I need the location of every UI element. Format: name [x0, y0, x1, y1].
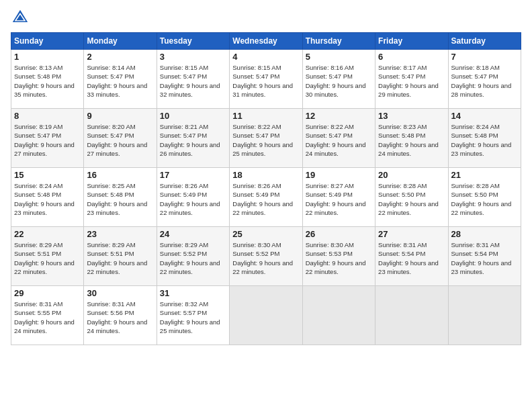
- logo: [11, 8, 32, 27]
- calendar-cell: 20 Sunrise: 8:28 AMSunset: 5:50 PMDaylig…: [375, 168, 448, 227]
- logo-icon: [11, 8, 30, 27]
- day-number: 22: [14, 229, 81, 239]
- calendar-cell: 16 Sunrise: 8:25 AMSunset: 5:48 PMDaylig…: [84, 168, 157, 227]
- day-detail: Sunrise: 8:23 AMSunset: 5:48 PMDaylight:…: [378, 123, 439, 157]
- day-detail: Sunrise: 8:21 AMSunset: 5:47 PMDaylight:…: [160, 123, 220, 157]
- day-number: 17: [160, 170, 226, 180]
- day-number: 16: [87, 170, 153, 180]
- day-detail: Sunrise: 8:32 AMSunset: 5:57 PMDaylight:…: [160, 300, 220, 334]
- day-detail: Sunrise: 8:29 AMSunset: 5:52 PMDaylight:…: [160, 241, 220, 275]
- calendar-cell: 5 Sunrise: 8:16 AMSunset: 5:47 PMDayligh…: [302, 50, 375, 109]
- day-number: 3: [160, 52, 226, 62]
- day-number: 27: [378, 229, 445, 239]
- calendar-cell: 25 Sunrise: 8:30 AMSunset: 5:52 PMDaylig…: [230, 227, 302, 286]
- weekday-header-saturday: Saturday: [448, 33, 521, 50]
- calendar-cell: [230, 286, 302, 345]
- day-number: 20: [378, 170, 445, 180]
- calendar-cell: [448, 286, 521, 345]
- day-number: 5: [306, 52, 372, 62]
- week-row-5: 29 Sunrise: 8:31 AMSunset: 5:55 PMDaylig…: [11, 286, 521, 345]
- day-number: 10: [160, 111, 226, 121]
- day-detail: Sunrise: 8:28 AMSunset: 5:50 PMDaylight:…: [378, 182, 439, 216]
- day-number: 6: [378, 52, 445, 62]
- header: [11, 8, 521, 27]
- calendar-cell: 4 Sunrise: 8:15 AMSunset: 5:47 PMDayligh…: [230, 50, 302, 109]
- calendar-cell: 18 Sunrise: 8:26 AMSunset: 5:49 PMDaylig…: [230, 168, 302, 227]
- day-detail: Sunrise: 8:24 AMSunset: 5:48 PMDaylight:…: [14, 182, 75, 216]
- calendar-cell: 29 Sunrise: 8:31 AMSunset: 5:55 PMDaylig…: [11, 286, 84, 345]
- day-number: 28: [451, 229, 518, 239]
- day-detail: Sunrise: 8:26 AMSunset: 5:49 PMDaylight:…: [232, 182, 293, 216]
- day-number: 14: [451, 111, 518, 121]
- day-detail: Sunrise: 8:22 AMSunset: 5:47 PMDaylight:…: [232, 123, 293, 157]
- day-detail: Sunrise: 8:29 AMSunset: 5:51 PMDaylight:…: [87, 241, 147, 275]
- calendar-cell: 31 Sunrise: 8:32 AMSunset: 5:57 PMDaylig…: [157, 286, 229, 345]
- day-number: 1: [14, 52, 81, 62]
- day-number: 30: [87, 288, 153, 298]
- calendar-cell: 9 Sunrise: 8:20 AMSunset: 5:47 PMDayligh…: [84, 109, 157, 168]
- day-detail: Sunrise: 8:19 AMSunset: 5:47 PMDaylight:…: [14, 123, 75, 157]
- calendar-cell: 3 Sunrise: 8:15 AMSunset: 5:47 PMDayligh…: [157, 50, 229, 109]
- weekday-header-thursday: Thursday: [302, 33, 375, 50]
- day-number: 18: [232, 170, 299, 180]
- calendar-cell: 26 Sunrise: 8:30 AMSunset: 5:53 PMDaylig…: [302, 227, 375, 286]
- calendar-cell: [302, 286, 375, 345]
- day-detail: Sunrise: 8:26 AMSunset: 5:49 PMDaylight:…: [160, 182, 220, 216]
- day-detail: Sunrise: 8:31 AMSunset: 5:56 PMDaylight:…: [87, 300, 147, 334]
- calendar-cell: 8 Sunrise: 8:19 AMSunset: 5:47 PMDayligh…: [11, 109, 84, 168]
- day-number: 15: [14, 170, 81, 180]
- week-row-1: 1 Sunrise: 8:13 AMSunset: 5:48 PMDayligh…: [11, 50, 521, 109]
- calendar-cell: 7 Sunrise: 8:18 AMSunset: 5:47 PMDayligh…: [448, 50, 521, 109]
- day-number: 31: [160, 288, 226, 298]
- day-detail: Sunrise: 8:30 AMSunset: 5:53 PMDaylight:…: [306, 241, 366, 275]
- calendar-cell: 2 Sunrise: 8:14 AMSunset: 5:47 PMDayligh…: [84, 50, 157, 109]
- calendar-cell: 21 Sunrise: 8:28 AMSunset: 5:50 PMDaylig…: [448, 168, 521, 227]
- day-detail: Sunrise: 8:27 AMSunset: 5:49 PMDaylight:…: [306, 182, 366, 216]
- day-number: 29: [14, 288, 81, 298]
- day-detail: Sunrise: 8:13 AMSunset: 5:48 PMDaylight:…: [14, 64, 75, 98]
- weekday-header-wednesday: Wednesday: [230, 33, 302, 50]
- calendar-cell: 1 Sunrise: 8:13 AMSunset: 5:48 PMDayligh…: [11, 50, 84, 109]
- calendar-cell: 17 Sunrise: 8:26 AMSunset: 5:49 PMDaylig…: [157, 168, 229, 227]
- week-row-3: 15 Sunrise: 8:24 AMSunset: 5:48 PMDaylig…: [11, 168, 521, 227]
- weekday-header-friday: Friday: [375, 33, 448, 50]
- day-number: 11: [232, 111, 299, 121]
- weekday-header-row: SundayMondayTuesdayWednesdayThursdayFrid…: [11, 33, 521, 50]
- weekday-header-tuesday: Tuesday: [157, 33, 229, 50]
- weekday-header-monday: Monday: [84, 33, 157, 50]
- day-detail: Sunrise: 8:18 AMSunset: 5:47 PMDaylight:…: [451, 64, 512, 98]
- week-row-4: 22 Sunrise: 8:29 AMSunset: 5:51 PMDaylig…: [11, 227, 521, 286]
- day-detail: Sunrise: 8:17 AMSunset: 5:47 PMDaylight:…: [378, 64, 439, 98]
- day-detail: Sunrise: 8:22 AMSunset: 5:47 PMDaylight:…: [306, 123, 366, 157]
- day-detail: Sunrise: 8:20 AMSunset: 5:47 PMDaylight:…: [87, 123, 147, 157]
- day-number: 25: [232, 229, 299, 239]
- day-detail: Sunrise: 8:24 AMSunset: 5:48 PMDaylight:…: [451, 123, 512, 157]
- calendar-cell: 19 Sunrise: 8:27 AMSunset: 5:49 PMDaylig…: [302, 168, 375, 227]
- day-detail: Sunrise: 8:14 AMSunset: 5:47 PMDaylight:…: [87, 64, 147, 98]
- calendar-cell: 24 Sunrise: 8:29 AMSunset: 5:52 PMDaylig…: [157, 227, 229, 286]
- day-detail: Sunrise: 8:25 AMSunset: 5:48 PMDaylight:…: [87, 182, 147, 216]
- week-row-2: 8 Sunrise: 8:19 AMSunset: 5:47 PMDayligh…: [11, 109, 521, 168]
- day-detail: Sunrise: 8:28 AMSunset: 5:50 PMDaylight:…: [451, 182, 512, 216]
- day-number: 19: [306, 170, 372, 180]
- day-detail: Sunrise: 8:31 AMSunset: 5:54 PMDaylight:…: [451, 241, 512, 275]
- calendar-cell: 12 Sunrise: 8:22 AMSunset: 5:47 PMDaylig…: [302, 109, 375, 168]
- calendar-cell: 13 Sunrise: 8:23 AMSunset: 5:48 PMDaylig…: [375, 109, 448, 168]
- day-number: 7: [451, 52, 518, 62]
- day-detail: Sunrise: 8:31 AMSunset: 5:54 PMDaylight:…: [378, 241, 439, 275]
- day-detail: Sunrise: 8:15 AMSunset: 5:47 PMDaylight:…: [232, 64, 293, 98]
- calendar-cell: 14 Sunrise: 8:24 AMSunset: 5:48 PMDaylig…: [448, 109, 521, 168]
- day-detail: Sunrise: 8:16 AMSunset: 5:47 PMDaylight:…: [306, 64, 366, 98]
- day-number: 13: [378, 111, 445, 121]
- day-number: 23: [87, 229, 153, 239]
- day-number: 24: [160, 229, 226, 239]
- day-detail: Sunrise: 8:29 AMSunset: 5:51 PMDaylight:…: [14, 241, 75, 275]
- day-detail: Sunrise: 8:30 AMSunset: 5:52 PMDaylight:…: [232, 241, 293, 275]
- day-number: 4: [232, 52, 299, 62]
- day-detail: Sunrise: 8:15 AMSunset: 5:47 PMDaylight:…: [160, 64, 220, 98]
- day-number: 12: [306, 111, 372, 121]
- day-number: 21: [451, 170, 518, 180]
- page: SundayMondayTuesdayWednesdayThursdayFrid…: [0, 0, 532, 411]
- calendar-cell: 23 Sunrise: 8:29 AMSunset: 5:51 PMDaylig…: [84, 227, 157, 286]
- calendar-cell: 28 Sunrise: 8:31 AMSunset: 5:54 PMDaylig…: [448, 227, 521, 286]
